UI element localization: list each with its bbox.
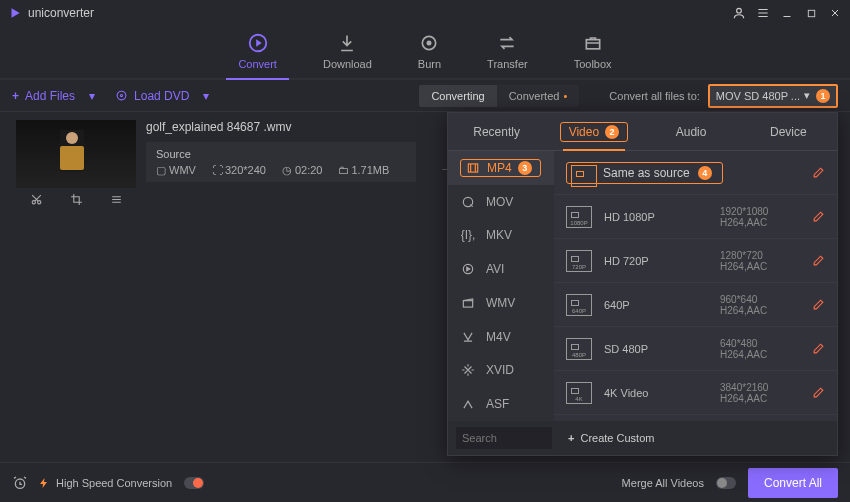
tab-transfer[interactable]: Transfer <box>487 32 528 78</box>
preset-sd480p[interactable]: 480P SD 480P 640*480H264,AAC <box>554 327 837 371</box>
source-panel: Source ▢WMV ⛶320*240 ◷02:20 🗀1.71MB <box>146 142 416 182</box>
toggle-switch[interactable] <box>184 477 204 489</box>
alarm-icon[interactable] <box>12 475 28 491</box>
output-preset-selector[interactable]: MOV SD 480P ... ▾ 1 <box>708 84 838 108</box>
tab-audio[interactable]: Audio <box>643 113 740 150</box>
trim-icon[interactable] <box>27 190 45 208</box>
step-badge-4: 4 <box>698 166 712 180</box>
app-brand: uniconverter <box>8 6 94 20</box>
user-icon[interactable] <box>732 6 746 20</box>
crop-icon[interactable] <box>67 190 85 208</box>
minimize-icon[interactable] <box>780 6 794 20</box>
film-icon <box>465 160 481 176</box>
tab-toolbox[interactable]: Toolbox <box>574 32 612 78</box>
xvid-icon <box>460 362 476 378</box>
tab-convert[interactable]: Convert <box>238 32 277 78</box>
format-list[interactable]: MP4 3 MOV {I},MKV AVI WMV M4V XVID ASF <box>448 151 554 421</box>
preset-info: 640*480H264,AAC <box>720 338 800 360</box>
format-asf[interactable]: ASF <box>448 387 554 421</box>
add-files-button[interactable]: + Add Files ▾ <box>12 89 95 103</box>
logo-icon <box>8 6 22 20</box>
convert-all-button[interactable]: Convert All <box>748 468 838 498</box>
quicktime-icon <box>460 194 476 210</box>
plus-icon: + <box>568 432 574 444</box>
preset-icon: 720P <box>566 250 592 272</box>
bolt-icon <box>38 477 50 489</box>
preset-list[interactable]: Same as source 4 1080P HD 1080P 1920*108… <box>554 151 837 421</box>
svg-rect-1 <box>808 10 814 16</box>
preset-name: 640P <box>604 299 708 311</box>
file-name: golf_explained 84687 .wmv <box>146 120 416 134</box>
svg-point-7 <box>120 94 122 96</box>
preset-info: 1920*1080H264,AAC <box>720 206 800 228</box>
edit-icon[interactable] <box>812 210 825 223</box>
format-xvid[interactable]: XVID <box>448 354 554 388</box>
menu-icon[interactable] <box>756 6 770 20</box>
format-label: MP4 <box>487 161 512 175</box>
svg-rect-10 <box>468 164 477 172</box>
load-dvd-button[interactable]: Load DVD ▾ <box>115 89 209 103</box>
source-duration: ◷02:20 <box>282 164 323 176</box>
format-mp4[interactable]: MP4 3 <box>448 151 554 185</box>
segment-label: Converted <box>509 90 560 102</box>
preset-4k[interactable]: 4K 4K Video 3840*2160H264,AAC <box>554 371 837 415</box>
load-dvd-label: Load DVD <box>134 89 189 103</box>
download-icon <box>336 32 358 54</box>
source-resolution: ⛶320*240 <box>212 164 266 176</box>
segment-converted[interactable]: Converted• <box>497 85 580 107</box>
effects-icon[interactable] <box>107 190 125 208</box>
tab-download[interactable]: Download <box>323 32 372 78</box>
segment-converting[interactable]: Converting <box>419 85 496 107</box>
format-label: M4V <box>486 330 511 344</box>
format-m4v[interactable]: M4V <box>448 320 554 354</box>
preset-icon <box>571 165 597 187</box>
preset-hd720p[interactable]: 720P HD 720P 1280*720H264,AAC <box>554 239 837 283</box>
asf-icon <box>460 396 476 412</box>
resolution-icon: ⛶ <box>212 164 222 174</box>
folder-icon: 🗀 <box>338 164 348 174</box>
preset-hd1080p[interactable]: 1080P HD 1080P 1920*1080H264,AAC <box>554 195 837 239</box>
edit-icon[interactable] <box>812 342 825 355</box>
footer: High Speed Conversion Merge All Videos C… <box>0 462 850 502</box>
preset-640p[interactable]: 640P 640P 960*640H264,AAC <box>554 283 837 327</box>
format-avi[interactable]: AVI <box>448 252 554 286</box>
mkv-icon: {I}, <box>460 227 476 243</box>
edit-icon[interactable] <box>812 166 825 179</box>
toolbox-icon <box>582 32 604 54</box>
clock-icon: ◷ <box>282 164 292 174</box>
edit-icon[interactable] <box>812 386 825 399</box>
preset-summary: MOV SD 480P ... <box>716 90 800 102</box>
tab-device[interactable]: Device <box>740 113 837 150</box>
tab-recently[interactable]: Recently <box>448 113 545 150</box>
tab-video[interactable]: Video 2 <box>545 113 642 150</box>
close-icon[interactable] <box>828 6 842 20</box>
titlebar: uniconverter <box>0 0 850 26</box>
toggle-switch[interactable] <box>716 477 736 489</box>
search-input[interactable] <box>456 427 552 449</box>
step-badge-2: 2 <box>605 125 619 139</box>
maximize-icon[interactable] <box>804 6 818 20</box>
high-speed-toggle[interactable]: High Speed Conversion <box>38 477 204 489</box>
format-mkv[interactable]: {I},MKV <box>448 219 554 253</box>
create-custom-button[interactable]: + Create Custom <box>568 432 654 444</box>
svg-point-4 <box>428 41 431 44</box>
preset-icon: 640P <box>566 294 592 316</box>
format-wmv[interactable]: WMV <box>448 286 554 320</box>
format-mov[interactable]: MOV <box>448 185 554 219</box>
play-circle-icon <box>460 261 476 277</box>
edit-icon[interactable] <box>812 298 825 311</box>
format-label: MKV <box>486 228 512 242</box>
preset-search[interactable] <box>456 427 552 449</box>
merge-toggle[interactable]: Merge All Videos <box>622 477 736 489</box>
tab-burn[interactable]: Burn <box>418 32 441 78</box>
preset-name: SD 480P <box>604 343 708 355</box>
preset-name: 4K Video <box>604 387 708 399</box>
video-thumbnail[interactable] <box>16 120 136 188</box>
edit-icon[interactable] <box>812 254 825 267</box>
format-label: XVID <box>486 363 514 377</box>
chevron-down-icon: ▾ <box>804 89 810 102</box>
step-badge-1: 1 <box>816 89 830 103</box>
format-label: AVI <box>486 262 504 276</box>
content-area: golf_explained 84687 .wmv Source ▢WMV ⛶3… <box>0 112 850 462</box>
preset-same-as-source[interactable]: Same as source 4 <box>554 151 837 195</box>
